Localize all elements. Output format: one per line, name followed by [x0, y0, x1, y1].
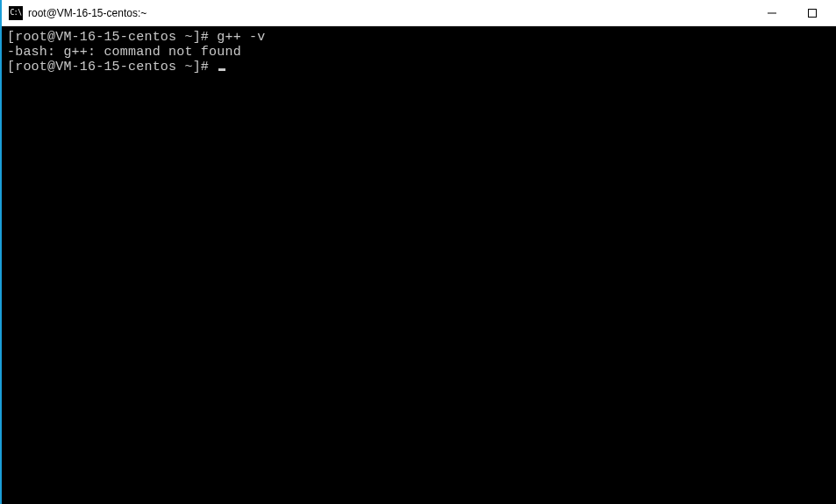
- minimize-button[interactable]: [752, 0, 792, 25]
- command-text: g++ -v: [217, 30, 265, 45]
- cursor: [218, 68, 225, 71]
- svg-rect-1: [809, 9, 817, 17]
- window-title: root@VM-16-15-centos:~: [28, 7, 752, 19]
- terminal-line: -bash: g++: command not found: [7, 45, 831, 60]
- terminal-icon: C:\: [9, 6, 23, 20]
- minimize-icon: [768, 9, 776, 18]
- maximize-icon: [808, 9, 817, 18]
- window-titlebar: C:\ root@VM-16-15-centos:~: [2, 0, 836, 26]
- terminal-line: [root@VM-16-15-centos ~]#: [7, 60, 831, 75]
- prompt-text: [root@VM-16-15-centos ~]#: [7, 30, 217, 45]
- terminal-output[interactable]: [root@VM-16-15-centos ~]# g++ -v-bash: g…: [2, 26, 836, 504]
- maximize-button[interactable]: [792, 0, 832, 25]
- output-text: -bash: g++: command not found: [7, 45, 241, 60]
- terminal-window: C:\ root@VM-16-15-centos:~ [root@VM-16-1…: [0, 0, 836, 504]
- terminal-line: [root@VM-16-15-centos ~]# g++ -v: [7, 30, 831, 45]
- prompt-text: [root@VM-16-15-centos ~]#: [7, 60, 217, 75]
- terminal-icon-label: C:\: [11, 9, 22, 17]
- window-controls: [752, 0, 832, 25]
